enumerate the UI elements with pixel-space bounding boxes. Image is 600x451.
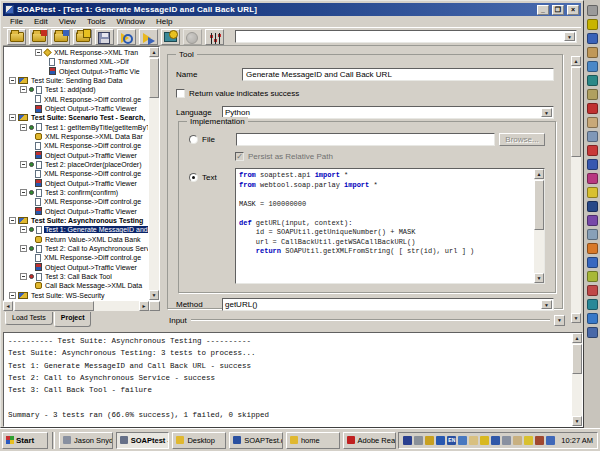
task-button[interactable]: Desktop <box>172 432 226 449</box>
menu-window[interactable]: Window <box>112 17 150 26</box>
collapse-icon[interactable] <box>20 124 27 131</box>
tray-app-icon[interactable] <box>535 436 544 445</box>
desktop-shortcut-icon[interactable] <box>587 5 598 16</box>
scroll-up-icon[interactable]: ▲ <box>571 56 581 66</box>
open-project-button[interactable] <box>7 29 26 45</box>
scroll-down-icon[interactable]: ▼ <box>149 290 159 300</box>
desktop-shortcut-icon[interactable] <box>587 257 598 268</box>
tree-item[interactable]: Call Back Message->XML Data <box>5 281 148 290</box>
desktop-shortcut-icon[interactable] <box>587 131 598 142</box>
script-code[interactable]: from soaptest.api import *from webtool.s… <box>239 171 533 283</box>
scroll-left-icon[interactable]: ◄ <box>3 301 13 311</box>
tray-app-icon[interactable] <box>502 436 511 445</box>
tree-horizontal-scrollbar[interactable]: ◄ ► <box>3 301 149 311</box>
file-path-input[interactable] <box>236 133 495 146</box>
menu-view[interactable]: View <box>54 17 81 26</box>
task-button[interactable]: SOAPTest.do... <box>229 432 283 449</box>
file-radio[interactable] <box>189 135 198 144</box>
collapse-icon[interactable] <box>20 226 27 233</box>
tray-app-icon[interactable] <box>436 436 445 445</box>
tree-vertical-scrollbar[interactable]: ▲ ▼ <box>149 47 159 300</box>
desktop-shortcut-icon[interactable] <box>587 229 598 240</box>
desktop-shortcut-icon[interactable] <box>587 61 598 72</box>
scroll-up-icon[interactable]: ▲ <box>572 333 582 343</box>
desktop-shortcut-icon[interactable] <box>587 215 598 226</box>
tray-app-icon[interactable] <box>403 436 412 445</box>
tree-item[interactable]: XML Response->Diff control.ge <box>5 95 148 104</box>
desktop-shortcut-icon[interactable] <box>587 187 598 198</box>
desktop-shortcut-icon[interactable] <box>587 33 598 44</box>
persist-relative-path-checkbox[interactable] <box>235 152 244 161</box>
scrollbar-thumb[interactable] <box>571 67 581 157</box>
close-button[interactable]: × <box>567 5 579 15</box>
tree-item[interactable]: Test 1: Generate MessageID and Call <box>5 225 148 234</box>
tree-item[interactable]: Object Output->Traffic Viewer <box>5 104 148 113</box>
scroll-up-icon[interactable]: ▲ <box>149 47 159 57</box>
name-input[interactable]: Generate MessageID and Call Back URL <box>242 68 554 81</box>
minimize-button[interactable]: _ <box>537 5 549 15</box>
preferences-button[interactable] <box>205 29 224 45</box>
browse-button[interactable]: Browse... <box>499 133 545 146</box>
return-value-checkbox[interactable] <box>176 89 185 98</box>
tab-load-tests[interactable]: Load Tests <box>5 312 53 325</box>
collapse-icon[interactable] <box>20 86 27 93</box>
start-button[interactable]: Start <box>2 432 48 449</box>
tree-item[interactable]: Test 2: Call to Asynchronous Service <box>5 244 148 253</box>
desktop-shortcut-icon[interactable] <box>587 243 598 254</box>
desktop-shortcut-icon[interactable] <box>587 145 598 156</box>
tree-item[interactable]: XML Response->Diff control.ge <box>5 197 148 206</box>
desktop-shortcut-icon[interactable] <box>587 117 598 128</box>
desktop-shortcut-icon[interactable] <box>587 159 598 170</box>
tree-item[interactable]: Test Suite: Scenario Test - Search, <box>5 113 148 122</box>
tray-app-icon[interactable] <box>546 436 555 445</box>
tree-item[interactable]: Return Value->XML Data Bank <box>5 235 148 244</box>
desktop-shortcut-icon[interactable] <box>587 299 598 310</box>
collapse-icon[interactable] <box>9 292 16 299</box>
tree-item[interactable]: Transformed XML->Dif <box>5 57 148 66</box>
collapse-icon[interactable] <box>9 114 16 121</box>
run-test-button[interactable] <box>117 29 136 45</box>
desktop-shortcut-icon[interactable] <box>587 313 598 324</box>
scrollbar-thumb[interactable] <box>149 58 159 98</box>
tree-item[interactable]: XML Response->Diff control.ge <box>5 253 148 262</box>
desktop-shortcut-icon[interactable] <box>587 89 598 100</box>
title-bar[interactable]: SOAPtest - [Test 1: Generate MessageID a… <box>3 3 581 16</box>
tray-app-icon[interactable] <box>425 436 434 445</box>
desktop-shortcut-icon[interactable] <box>587 271 598 282</box>
run-all-tests-button[interactable] <box>139 29 158 45</box>
collapse-icon[interactable] <box>20 273 27 280</box>
tray-app-icon[interactable] <box>480 436 489 445</box>
scrollbar-thumb[interactable] <box>534 180 544 230</box>
menu-tools[interactable]: Tools <box>82 17 111 26</box>
task-button[interactable]: Jason Snyder... <box>59 432 113 449</box>
desktop-shortcut-icon[interactable] <box>587 173 598 184</box>
open-file-button[interactable] <box>51 29 70 45</box>
tree-item[interactable]: Object Output->Traffic Viewer <box>5 263 148 272</box>
scrollbar-thumb[interactable] <box>572 344 582 374</box>
collapse-icon[interactable] <box>35 49 42 56</box>
save-button[interactable] <box>95 29 114 45</box>
tree-item[interactable]: Test 3: confirm(confirm) <box>5 188 148 197</box>
run-remote-button[interactable] <box>161 29 180 45</box>
text-radio[interactable] <box>189 173 198 182</box>
tray-app-icon[interactable] <box>458 436 467 445</box>
chevron-down-icon[interactable]: ▼ <box>564 32 575 41</box>
stop-button[interactable] <box>183 29 202 45</box>
collapse-icon[interactable] <box>9 217 16 224</box>
tree-item[interactable]: Test 1: add(add) <box>5 85 148 94</box>
panel-vertical-scrollbar[interactable]: ▲ ▼ <box>571 56 581 323</box>
scroll-down-icon[interactable]: ▼ <box>534 273 544 283</box>
language-combo[interactable]: Python ▼ <box>222 106 554 119</box>
desktop-shortcut-icon[interactable] <box>587 75 598 86</box>
tree-item[interactable]: Test Suite: Asynchronous Testing <box>5 216 148 225</box>
language-indicator-icon[interactable]: EN <box>447 436 456 445</box>
test-selector-combo[interactable]: ▼ <box>235 30 577 43</box>
tree-item[interactable]: XML Response->Diff control.ge <box>5 169 148 178</box>
desktop-shortcut-icon[interactable] <box>587 327 598 338</box>
tree-item[interactable]: Object Output->Traffic Viewer <box>5 179 148 188</box>
collapse-icon[interactable] <box>20 189 27 196</box>
tree-item[interactable]: Test 1: getItemByTitle(getItemByTitle) <box>5 123 148 132</box>
menu-file[interactable]: File <box>5 17 28 26</box>
console-vertical-scrollbar[interactable]: ▲ ▼ <box>572 333 582 426</box>
tree-item[interactable]: Test 3: Call Back Tool <box>5 272 148 281</box>
